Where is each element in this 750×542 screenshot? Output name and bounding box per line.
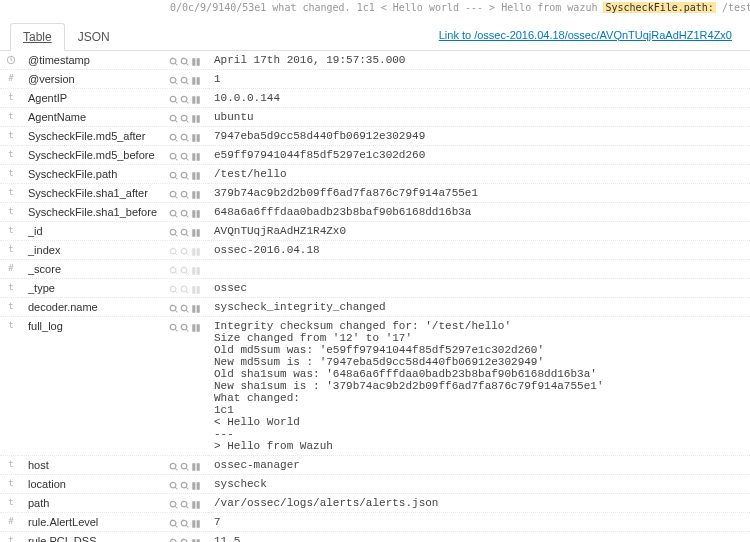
table-row: tSyscheckFile.sha1_before648a6a6fffdaa0b…	[0, 203, 750, 222]
field-type-icon: #	[0, 513, 22, 532]
fields-table: @timestampApril 17th 2016, 19:57:35.000#…	[0, 51, 750, 542]
field-value: syscheck	[208, 475, 750, 494]
filter-out-icon[interactable]	[180, 151, 190, 161]
toggle-column-icon[interactable]	[191, 322, 201, 332]
toggle-column-icon[interactable]	[191, 227, 201, 237]
field-value: /test/hello	[208, 165, 750, 184]
field-type-icon: t	[0, 89, 22, 108]
toggle-column-icon	[191, 265, 201, 275]
field-type-icon: t	[0, 494, 22, 513]
filter-out-icon	[180, 284, 190, 294]
toggle-column-icon[interactable]	[191, 94, 201, 104]
field-type-icon: t	[0, 108, 22, 127]
toggle-column-icon	[191, 284, 201, 294]
filter-for-icon[interactable]	[169, 170, 179, 180]
toggle-column-icon[interactable]	[191, 170, 201, 180]
tab-table[interactable]: Table	[10, 23, 65, 51]
table-row: t_indexossec-2016.04.18	[0, 241, 750, 260]
field-value: 1	[208, 70, 750, 89]
filter-out-icon[interactable]	[180, 480, 190, 490]
toggle-column-icon[interactable]	[191, 499, 201, 509]
toggle-column-icon[interactable]	[191, 537, 201, 542]
field-name: SyscheckFile.sha1_before	[22, 203, 163, 222]
filter-out-icon[interactable]	[180, 227, 190, 237]
filter-for-icon[interactable]	[169, 132, 179, 142]
tab-bar: TableJSON Link to /ossec-2016.04.18/osse…	[0, 17, 750, 51]
field-value: ubuntu	[208, 108, 750, 127]
field-actions	[163, 241, 208, 260]
field-actions	[163, 279, 208, 298]
tab-json[interactable]: JSON	[65, 23, 123, 50]
filter-for-icon[interactable]	[169, 227, 179, 237]
field-name: host	[22, 456, 163, 475]
filter-for-icon[interactable]	[169, 94, 179, 104]
table-row: #rule.AlertLevel7	[0, 513, 750, 532]
filter-for-icon[interactable]	[169, 56, 179, 66]
filter-out-icon[interactable]	[180, 132, 190, 142]
filter-out-icon[interactable]	[180, 170, 190, 180]
filter-out-icon[interactable]	[180, 94, 190, 104]
field-type-icon: t	[0, 279, 22, 298]
filter-out-icon[interactable]	[180, 113, 190, 123]
field-actions	[163, 165, 208, 184]
field-name: @timestamp	[22, 51, 163, 70]
filter-out-icon[interactable]	[180, 537, 190, 542]
field-actions	[163, 532, 208, 543]
field-actions	[163, 456, 208, 475]
filter-out-icon[interactable]	[180, 303, 190, 313]
toggle-column-icon[interactable]	[191, 189, 201, 199]
filter-out-icon[interactable]	[180, 208, 190, 218]
table-row: tSyscheckFile.md5_beforee59ff97941044f85…	[0, 146, 750, 165]
filter-for-icon[interactable]	[169, 322, 179, 332]
field-type-icon: t	[0, 146, 22, 165]
table-row: tAgentNameubuntu	[0, 108, 750, 127]
filter-out-icon[interactable]	[180, 189, 190, 199]
field-name: rule.AlertLevel	[22, 513, 163, 532]
table-row: @timestampApril 17th 2016, 19:57:35.000	[0, 51, 750, 70]
table-row: t_typeossec	[0, 279, 750, 298]
field-value: April 17th 2016, 19:57:35.000	[208, 51, 750, 70]
field-type-icon: t	[0, 298, 22, 317]
toggle-column-icon[interactable]	[191, 56, 201, 66]
filter-for-icon[interactable]	[169, 151, 179, 161]
field-type-icon: #	[0, 70, 22, 89]
toggle-column-icon[interactable]	[191, 461, 201, 471]
toggle-column-icon[interactable]	[191, 208, 201, 218]
filter-out-icon[interactable]	[180, 56, 190, 66]
field-type-icon: t	[0, 532, 22, 543]
field-name: location	[22, 475, 163, 494]
filter-out-icon[interactable]	[180, 518, 190, 528]
toggle-column-icon[interactable]	[191, 303, 201, 313]
filter-out-icon[interactable]	[180, 322, 190, 332]
table-row: tSyscheckFile.sha1_after379b74ac9b2d2b09…	[0, 184, 750, 203]
table-row: thostossec-manager	[0, 456, 750, 475]
toggle-column-icon[interactable]	[191, 113, 201, 123]
toggle-column-icon[interactable]	[191, 75, 201, 85]
filter-for-icon[interactable]	[169, 189, 179, 199]
filter-out-icon[interactable]	[180, 75, 190, 85]
toggle-column-icon[interactable]	[191, 480, 201, 490]
toggle-column-icon[interactable]	[191, 132, 201, 142]
filter-for-icon[interactable]	[169, 518, 179, 528]
field-name: path	[22, 494, 163, 513]
filter-out-icon	[180, 246, 190, 256]
filter-for-icon[interactable]	[169, 208, 179, 218]
field-type-icon: t	[0, 184, 22, 203]
filter-for-icon[interactable]	[169, 499, 179, 509]
filter-for-icon[interactable]	[169, 480, 179, 490]
filter-for-icon[interactable]	[169, 537, 179, 542]
filter-out-icon[interactable]	[180, 499, 190, 509]
filter-for-icon[interactable]	[169, 303, 179, 313]
filter-for-icon[interactable]	[169, 461, 179, 471]
field-name: SyscheckFile.md5_before	[22, 146, 163, 165]
filter-out-icon[interactable]	[180, 461, 190, 471]
toggle-column-icon[interactable]	[191, 151, 201, 161]
permalink[interactable]: Link to /ossec-2016.04.18/ossec/AVQnTUqj…	[439, 29, 740, 45]
field-value: 10.0.0.144	[208, 89, 750, 108]
filter-for-icon[interactable]	[169, 75, 179, 85]
filter-for-icon[interactable]	[169, 113, 179, 123]
field-value: 648a6a6fffdaa0badb23b8baf90b6168dd16b3a	[208, 203, 750, 222]
field-name: @version	[22, 70, 163, 89]
filter-for-icon	[169, 246, 179, 256]
toggle-column-icon[interactable]	[191, 518, 201, 528]
